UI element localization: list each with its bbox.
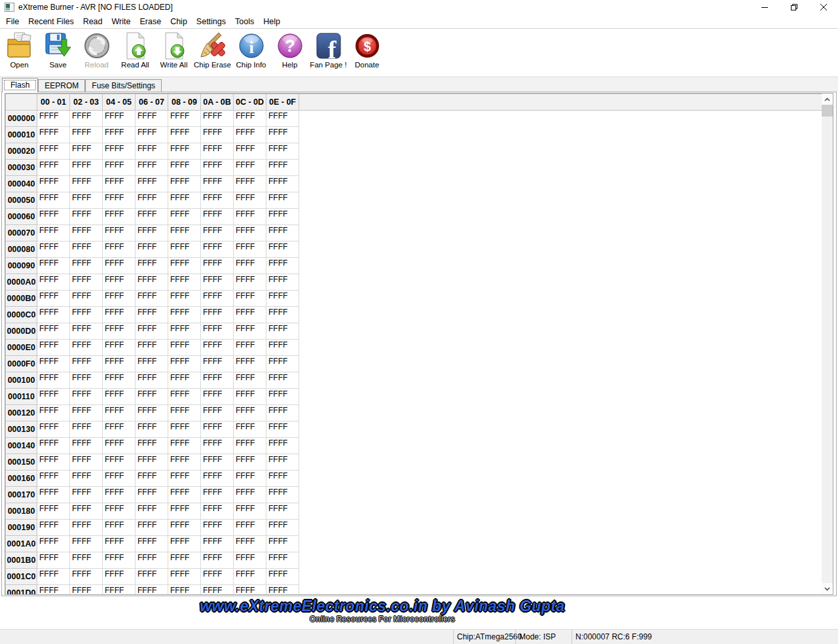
hex-cell[interactable]: FFFF (136, 438, 168, 454)
donate-button[interactable]: $ Donate (348, 31, 386, 69)
hex-cell[interactable]: FFFF (37, 487, 70, 503)
hex-cell[interactable]: FFFF (103, 421, 136, 438)
hex-cell[interactable]: FFFF (136, 307, 168, 323)
hex-cell[interactable]: FFFF (37, 438, 70, 454)
hex-cell[interactable]: FFFF (103, 356, 136, 372)
hex-cell[interactable]: FFFF (234, 569, 266, 585)
hex-cell[interactable]: FFFF (37, 225, 70, 241)
hex-cell[interactable]: FFFF (234, 192, 266, 209)
hex-cell[interactable]: FFFF (103, 111, 136, 127)
hex-cell[interactable]: FFFF (37, 274, 70, 291)
hex-cell[interactable]: FFFF (201, 241, 234, 258)
hex-cell[interactable]: FFFF (37, 356, 70, 372)
hex-cell[interactable]: FFFF (266, 454, 299, 471)
hex-cell[interactable]: FFFF (70, 569, 103, 585)
hex-cell[interactable]: FFFF (201, 389, 234, 405)
hex-cell[interactable]: FFFF (168, 111, 201, 127)
hex-cell[interactable]: FFFF (234, 356, 266, 372)
hex-cell[interactable]: FFFF (201, 225, 234, 241)
hex-cell[interactable]: FFFF (234, 585, 266, 596)
hex-cell[interactable]: FFFF (70, 127, 103, 143)
hex-cell[interactable]: FFFF (103, 389, 136, 405)
hex-cell[interactable]: FFFF (266, 503, 299, 520)
hex-cell[interactable]: FFFF (168, 552, 201, 569)
hex-cell[interactable]: FFFF (201, 520, 234, 536)
fan-page-button[interactable]: f Fan Page ! (309, 31, 348, 69)
hex-cell[interactable]: FFFF (168, 503, 201, 520)
hex-cell[interactable]: FFFF (70, 192, 103, 209)
hex-cell[interactable]: FFFF (266, 160, 299, 176)
hex-cell[interactable]: FFFF (201, 323, 234, 340)
hex-cell[interactable]: FFFF (168, 421, 201, 438)
menu-recent-files[interactable]: Recent Files (24, 16, 78, 27)
hex-cell[interactable]: FFFF (37, 340, 70, 356)
hex-cell[interactable]: FFFF (201, 405, 234, 421)
hex-cell[interactable]: FFFF (201, 421, 234, 438)
hex-cell[interactable]: FFFF (136, 372, 168, 389)
hex-cell[interactable]: FFFF (136, 569, 168, 585)
hex-cell[interactable]: FFFF (70, 291, 103, 307)
hex-cell[interactable]: FFFF (103, 520, 136, 536)
hex-cell[interactable]: FFFF (234, 372, 266, 389)
hex-cell[interactable]: FFFF (70, 225, 103, 241)
hex-cell[interactable]: FFFF (168, 225, 201, 241)
open-button[interactable]: Open (0, 31, 39, 69)
hex-cell[interactable]: FFFF (201, 258, 234, 274)
hex-cell[interactable]: FFFF (168, 438, 201, 454)
hex-cell[interactable]: FFFF (266, 520, 299, 536)
hex-cell[interactable]: FFFF (136, 585, 168, 596)
hex-cell[interactable]: FFFF (70, 241, 103, 258)
close-button[interactable] (809, 0, 838, 14)
hex-cell[interactable]: FFFF (266, 421, 299, 438)
hex-cell[interactable]: FFFF (201, 552, 234, 569)
hex-cell[interactable]: FFFF (266, 487, 299, 503)
hex-cell[interactable]: FFFF (136, 176, 168, 192)
hex-cell[interactable]: FFFF (37, 421, 70, 438)
hex-cell[interactable]: FFFF (234, 389, 266, 405)
menu-tools[interactable]: Tools (230, 16, 259, 27)
website-banner[interactable]: www.eXtremeElectronics.co.in by Avinash … (0, 596, 838, 629)
hex-cell[interactable]: FFFF (103, 405, 136, 421)
hex-cell[interactable]: FFFF (266, 536, 299, 552)
menu-file[interactable]: File (1, 16, 24, 27)
hex-cell[interactable]: FFFF (136, 209, 168, 225)
hex-cell[interactable]: FFFF (136, 291, 168, 307)
hex-cell[interactable]: FFFF (168, 241, 201, 258)
hex-cell[interactable]: FFFF (37, 307, 70, 323)
hex-cell[interactable]: FFFF (136, 552, 168, 569)
hex-cell[interactable]: FFFF (37, 585, 70, 596)
hex-cell[interactable]: FFFF (201, 274, 234, 291)
hex-cell[interactable]: FFFF (266, 274, 299, 291)
vertical-scrollbar[interactable] (822, 94, 833, 594)
hex-cell[interactable]: FFFF (103, 143, 136, 160)
hex-cell[interactable]: FFFF (103, 536, 136, 552)
hex-cell[interactable]: FFFF (168, 585, 201, 596)
hex-cell[interactable]: FFFF (136, 192, 168, 209)
hex-cell[interactable]: FFFF (201, 291, 234, 307)
hex-cell[interactable]: FFFF (136, 127, 168, 143)
hex-cell[interactable]: FFFF (234, 258, 266, 274)
hex-cell[interactable]: FFFF (136, 405, 168, 421)
hex-cell[interactable]: FFFF (266, 438, 299, 454)
hex-cell[interactable]: FFFF (234, 487, 266, 503)
hex-cell[interactable]: FFFF (168, 471, 201, 487)
hex-cell[interactable]: FFFF (70, 160, 103, 176)
hex-cell[interactable]: FFFF (37, 552, 70, 569)
hex-cell[interactable]: FFFF (168, 258, 201, 274)
hex-cell[interactable]: FFFF (37, 143, 70, 160)
restore-button[interactable] (779, 0, 809, 14)
hex-cell[interactable]: FFFF (234, 323, 266, 340)
minimize-button[interactable] (750, 0, 779, 14)
hex-cell[interactable]: FFFF (168, 536, 201, 552)
hex-cell[interactable]: FFFF (168, 291, 201, 307)
hex-cell[interactable]: FFFF (70, 307, 103, 323)
hex-cell[interactable]: FFFF (136, 536, 168, 552)
hex-cell[interactable]: FFFF (70, 471, 103, 487)
hex-cell[interactable]: FFFF (136, 274, 168, 291)
hex-cell[interactable]: FFFF (201, 127, 234, 143)
hex-cell[interactable]: FFFF (201, 569, 234, 585)
hex-cell[interactable]: FFFF (103, 160, 136, 176)
hex-cell[interactable]: FFFF (266, 209, 299, 225)
hex-cell[interactable]: FFFF (103, 258, 136, 274)
hex-cell[interactable]: FFFF (70, 209, 103, 225)
